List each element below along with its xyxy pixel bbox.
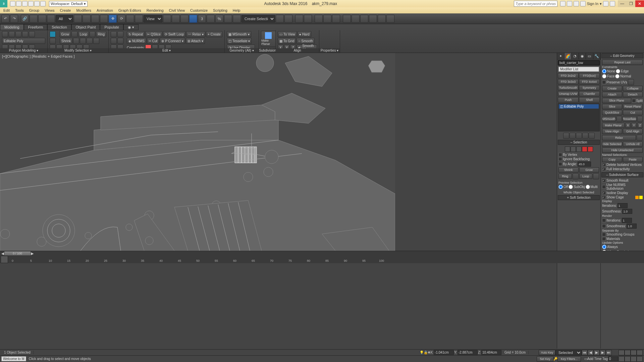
viewcube[interactable] (365, 56, 388, 79)
select-by-name-button[interactable] (83, 15, 91, 23)
signin-dropdown-icon[interactable]: ▾ (600, 2, 602, 6)
msmooth-opt-icon[interactable] (616, 116, 622, 122)
menu-animation[interactable]: Animation (95, 8, 115, 12)
render-sm-check[interactable] (602, 224, 606, 228)
repeat-button[interactable]: ↻ Repeat (127, 31, 145, 37)
preview-off-radio[interactable] (558, 185, 563, 189)
by-vertex-check[interactable] (558, 153, 562, 157)
cut-button[interactable]: ✂ Cut (147, 38, 159, 44)
lock-icon[interactable]: 💡 (420, 351, 424, 354)
slice-button[interactable]: Slice (602, 104, 622, 109)
menu-help[interactable]: Help (231, 8, 243, 12)
nav-zoom-all-icon[interactable] (637, 350, 643, 355)
select-object-button[interactable] (74, 15, 82, 23)
anim-play-icon[interactable]: ▶ (594, 350, 600, 355)
favorites-icon[interactable] (567, 1, 572, 6)
render-iterative-button[interactable] (369, 15, 377, 23)
rollout-soft-selection[interactable]: + Soft Selection (558, 195, 600, 200)
object-name-field[interactable]: bolt_carrier_low (558, 60, 600, 65)
panel-title-edit[interactable]: Edit ▾ (109, 48, 224, 53)
planar-y-button[interactable]: Y (631, 123, 637, 128)
manipulate-button[interactable] (172, 15, 180, 23)
loop-button[interactable]: Loop (78, 31, 89, 37)
attach-button[interactable]: ⊞ Attach ▾ (186, 38, 205, 44)
display-iterations-input[interactable] (618, 203, 628, 208)
shrink-button[interactable]: Shrink (60, 38, 72, 44)
stack-item-editable-poly[interactable]: ◫ Editable Poly (559, 104, 599, 109)
render-smoothness-input[interactable] (627, 224, 637, 229)
workspace-selector[interactable]: Workspace: Default ▾ (49, 1, 88, 7)
material-editor-button[interactable] (332, 15, 340, 23)
sel-opt4-icon[interactable] (93, 38, 99, 44)
mod-push-button[interactable]: Push (558, 97, 579, 103)
window-crossing-button[interactable] (100, 15, 108, 23)
relax-geo-button[interactable]: Relax (602, 135, 636, 140)
nurms-button[interactable]: ◈ NURMS (127, 38, 146, 44)
stack-remove-icon[interactable] (582, 133, 588, 139)
render-activeshade-button[interactable] (378, 15, 386, 23)
stack-show-icon[interactable] (570, 133, 576, 139)
schematic-view-button[interactable] (323, 15, 331, 23)
hide-selected-button[interactable]: Hide Selected (602, 141, 622, 147)
redo-button[interactable]: ↷ (10, 15, 18, 23)
align-button[interactable] (284, 15, 292, 23)
user-icon[interactable] (580, 1, 586, 6)
close-button[interactable]: ✕ (635, 0, 644, 7)
stack-config-icon[interactable] (589, 133, 595, 139)
nav-zoom-extents-icon[interactable] (631, 350, 637, 355)
rollout-edit-geometry[interactable]: – Edit Geometry (601, 53, 643, 58)
make-planar-button[interactable]: Make Planar (261, 31, 276, 47)
preview-multi-radio[interactable] (586, 185, 590, 189)
time-right-icon[interactable]: ▶ (31, 251, 34, 256)
show-cage-check[interactable] (602, 195, 606, 199)
tess-opt-icon[interactable] (637, 116, 643, 122)
menu-views[interactable]: Views (43, 8, 56, 12)
ignore-backfacing-check[interactable] (558, 157, 562, 161)
preserve-uvs-check[interactable] (602, 80, 606, 84)
named-paste-button[interactable]: Paste (623, 157, 643, 162)
to-grid-button[interactable]: ▦ To Grid (278, 38, 296, 44)
add-time-tag[interactable]: Add Time Tag (587, 357, 608, 361)
lock2-icon[interactable]: 🔒 (424, 351, 428, 354)
ref-coord-system[interactable]: View (144, 15, 162, 22)
nav-fov-icon[interactable] (625, 356, 631, 362)
mod-symmetry-button[interactable]: Symmetry (579, 85, 600, 90)
display-smoothness-input[interactable] (622, 209, 632, 214)
preview-sel-icon[interactable] (50, 31, 56, 37)
app-icon[interactable]: 3 (0, 0, 7, 7)
cmd-tab-modify-icon[interactable]: 🌈 (565, 53, 572, 59)
panel-title-properties[interactable]: Properties ▾ (319, 48, 340, 53)
menu-customize[interactable]: Customize (188, 8, 210, 12)
qat-redo-icon[interactable] (34, 1, 40, 6)
mod-ffd4-button[interactable]: FFD 4x4x4 (579, 79, 600, 84)
quickslice-button[interactable]: QuickSlice (602, 110, 622, 115)
spinner-snap-button[interactable] (224, 15, 232, 23)
attach-geo-button[interactable]: Attach (602, 92, 622, 97)
cmd-tab-display-icon[interactable]: ▭ (586, 53, 593, 59)
mirror-button[interactable] (276, 15, 284, 23)
curve-editor-button[interactable] (315, 15, 323, 23)
layer-manager-button[interactable] (295, 15, 303, 23)
rect-region-button[interactable] (91, 15, 99, 23)
signin-link[interactable]: Sign In (587, 2, 598, 6)
update-always-radio[interactable] (602, 245, 606, 249)
relax-opt-icon[interactable] (637, 135, 643, 141)
named-selection-dropdown[interactable]: Create Selection Se (241, 15, 275, 22)
time-tag-icon[interactable]: ▭ (584, 357, 587, 361)
ring-spin-icon[interactable] (573, 173, 579, 179)
current-frame-input[interactable] (608, 356, 618, 361)
delete-iso-check[interactable] (602, 163, 606, 167)
render-iterations-input[interactable] (622, 218, 632, 223)
sel-border-icon[interactable] (576, 146, 582, 152)
exchange-icon[interactable] (574, 1, 579, 6)
ring-button[interactable]: Ring (96, 31, 106, 37)
panel-title-modifysel[interactable]: Modify Selection ▾ (48, 48, 108, 53)
loop-grow-icon[interactable] (71, 31, 77, 37)
named-copy-button[interactable]: Copy (602, 157, 622, 162)
nav-orbit-icon[interactable] (619, 356, 625, 362)
relax-button[interactable]: 〰 Relax ▾ (186, 31, 205, 37)
modifier-stack[interactable]: ◫ Editable Poly (558, 103, 600, 131)
sel-opt1-icon[interactable] (73, 38, 79, 44)
poly-mode3-icon[interactable] (15, 31, 21, 37)
menu-edit[interactable]: Edit (1, 8, 12, 12)
